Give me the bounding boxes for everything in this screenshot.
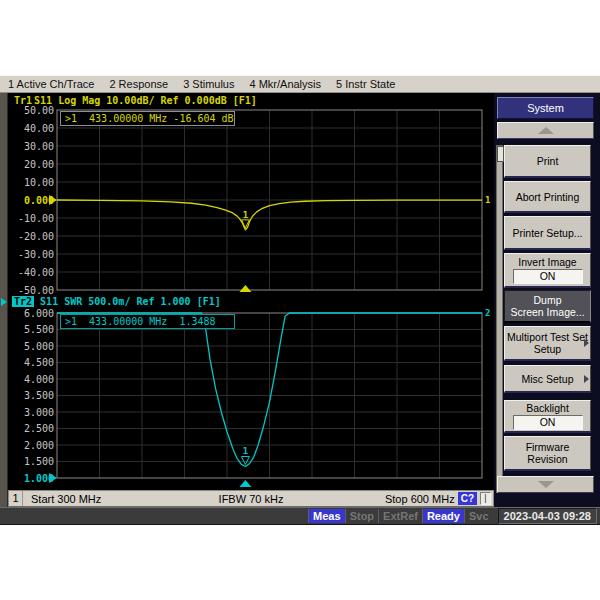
softkey-invert-image[interactable]: Invert ImageON [504, 253, 591, 288]
marker-stimulus-icon[interactable] [239, 285, 251, 292]
trace1-title: S11 Log Mag 10.00dB/ Ref 0.000dB [F1] [34, 95, 257, 106]
y-tick-label: 4.500 [24, 357, 54, 368]
trace1-label: Tr1 [12, 95, 34, 106]
trace-endpoint-label: 1 [485, 195, 490, 205]
softkey-scrollbar[interactable] [496, 145, 503, 493]
softkey-backlight[interactable]: BacklightON [504, 400, 591, 433]
charts-canvas: 50.0040.0030.0020.0010.000.000-10.00-20.… [8, 93, 494, 490]
status-stop: Stop [345, 509, 378, 523]
status-svc: Svc [464, 509, 493, 523]
softkey-scroll-up-button[interactable] [497, 122, 594, 139]
softkey-label: Abort Printing [516, 191, 580, 203]
marker-icon[interactable] [241, 456, 249, 464]
y-tick-label: -50.00 [18, 285, 54, 296]
softkey-abort-printing[interactable]: Abort Printing [504, 181, 591, 213]
softkey-value: ON [513, 269, 583, 284]
scrollbar-thumb-top [497, 146, 504, 162]
y-tick-label: 2.000 [24, 440, 54, 451]
y-tick-label: 5.000 [24, 341, 54, 352]
softkey-label: Multiport Test Set Setup [507, 331, 588, 355]
scroll-down-icon [538, 481, 554, 488]
menu-mkr-analysis[interactable]: 4 Mkr/Analysis [249, 78, 321, 90]
y-tick-label: 6.000 [24, 308, 54, 319]
softkey-menu-title: System [497, 97, 594, 119]
marker-stimulus-icon[interactable] [239, 480, 251, 487]
softkey-value: ON [513, 415, 583, 430]
softkey-label: Invert Image [518, 256, 576, 268]
softkey-dump-screen-image[interactable]: Dump Screen Image... [504, 290, 591, 323]
softkey-printer-setup[interactable]: Printer Setup... [504, 216, 591, 250]
active-trace-indicator-icon [1, 298, 7, 306]
softkey-firmware-revision[interactable]: Firmware Revision [504, 436, 591, 471]
softkey-label: Misc Setup [522, 373, 574, 385]
softkey-print[interactable]: Print [504, 145, 591, 178]
y-tick-label: -20.00 [18, 231, 54, 242]
stop-freq-label: Stop 600 MHz [385, 493, 455, 505]
menu-stimulus[interactable]: 3 Stimulus [183, 78, 234, 90]
window-left-border [0, 93, 8, 525]
sweep-activity-indicator: | [480, 492, 491, 505]
y-tick-label: 10.00 [24, 177, 54, 188]
status-meas: Meas [308, 509, 345, 523]
softkey-scroll-down-button[interactable] [497, 476, 594, 493]
instrument-status-bar: MeasStopExtRefReadySvc 2023-04-03 09:28 [0, 507, 600, 525]
y-tick-label: 5.500 [24, 324, 54, 335]
trace1-header: Tr1S11 Log Mag 10.00dB/ Ref 0.000dB [F1] [12, 95, 257, 106]
softkey-label: Print [537, 155, 559, 167]
y-tick-label: 50.00 [24, 105, 54, 116]
correction-badge: C? [458, 492, 477, 505]
softkey-sidebar: System PrintAbort PrintingPrinter Setup.… [494, 93, 600, 507]
analyzer-window: 1 Active Ch/Trace 2 Response 3 Stimulus … [0, 75, 600, 525]
y-tick-label: -30.00 [18, 249, 54, 260]
marker1-readout-logmag: >1 433.00000 MHz -16.604 dB [60, 111, 235, 126]
y-tick-label: 40.00 [24, 123, 54, 134]
y-tick-label: 30.00 [24, 141, 54, 152]
status-ready: Ready [422, 509, 464, 523]
y-tick-label: 1.500 [24, 456, 54, 467]
y-tick-label: -40.00 [18, 267, 54, 278]
menu-response[interactable]: 2 Response [109, 78, 168, 90]
y-tick-label: -10.00 [18, 213, 54, 224]
marker-number: 1 [243, 210, 248, 220]
softkey-label: Firmware Revision [526, 441, 570, 465]
marker-number: 1 [243, 446, 248, 456]
trace2-header: Tr2 S11 SWR 500.0m/ Ref 1.000 [F1] [12, 296, 221, 307]
trace2-label: Tr2 [12, 296, 34, 307]
menu-instr-state[interactable]: 5 Instr State [336, 78, 395, 90]
softkey-label: Dump Screen Image... [510, 294, 584, 318]
trace2-title: S11 SWR 500.0m/ Ref 1.000 [F1] [40, 296, 221, 307]
y-tick-label: 2.500 [24, 423, 54, 434]
softkey-multiport-test-set-setup[interactable]: Multiport Test Set Setup [504, 326, 591, 361]
softkey-label: Printer Setup... [512, 227, 582, 239]
measurement-screen: 50.0040.0030.0020.0010.000.000-10.00-20.… [8, 93, 494, 490]
marker1-readout-swr: >1 433.00000 MHz 1.3488 [60, 314, 235, 329]
softkey-label: Backlight [526, 402, 569, 414]
menu-bar: 1 Active Ch/Trace 2 Response 3 Stimulus … [0, 75, 600, 93]
scroll-up-icon [538, 127, 554, 134]
softkey-misc-setup[interactable]: Misc Setup [504, 365, 591, 393]
y-tick-label: 3.000 [24, 407, 54, 418]
datetime-display: 2023-04-03 09:28 [498, 508, 597, 524]
y-tick-label: 3.500 [24, 390, 54, 401]
channel-status-bar: 1 IFBW 70 kHz Start 300 MHz Stop 600 MHz… [8, 490, 494, 507]
submenu-arrow-icon [584, 375, 589, 383]
submenu-arrow-icon [584, 339, 589, 347]
y-tick-label: 4.000 [24, 374, 54, 385]
trace-endpoint-label: 2 [485, 308, 490, 318]
status-extref: ExtRef [378, 509, 422, 523]
y-tick-label: 20.00 [24, 159, 54, 170]
menu-active-ch-trace[interactable]: 1 Active Ch/Trace [8, 78, 94, 90]
